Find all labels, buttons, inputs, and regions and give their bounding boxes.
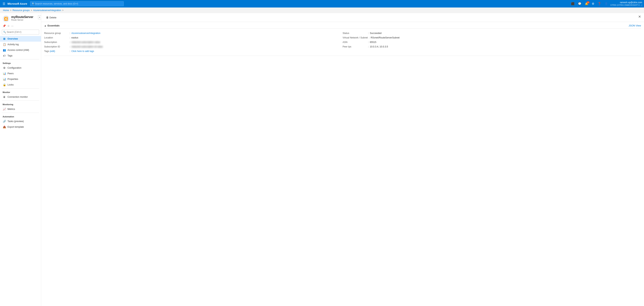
breadcrumb-resource-groups[interactable]: Resource groups [12,9,30,12]
sep-location: : [70,36,70,39]
sidebar-item-tasks[interactable]: 🔗 Tasks (preview) [0,118,41,124]
sidebar-search-input[interactable] [7,31,38,33]
sep-subscription: : [70,41,70,44]
delete-label: Delete [50,16,56,19]
essentials-chevron-icon: ▲ [44,24,46,27]
global-search-input[interactable] [35,3,122,5]
panel-close-button[interactable]: ✕ [638,15,641,18]
sidebar-item-properties[interactable]: 📊 Properties [0,76,41,82]
sidebar-item-label-tags: Tags [8,54,12,57]
sep-subscription-id: : [70,45,70,48]
sidebar-item-label-metrics: Metrics [8,108,15,110]
header-actions: 📌 ☆ ··· [0,24,41,29]
sidebar-item-metrics[interactable]: 📈 Metrics [0,106,41,112]
sidebar-item-configuration[interactable]: ⚙ Configuration [0,65,41,71]
tags-icon: 🏷 [2,54,6,57]
more-options-icon[interactable]: ··· [11,24,14,27]
sidebar-item-label-overview: Overview [8,38,18,40]
cloud-shell-icon[interactable]: ⬛ [570,1,576,6]
breadcrumb: Home > Resource groups > Azurerouteserve… [0,8,644,13]
sidebar-nav: ⊞ Overview 📋 Activity log 👥 Access contr… [0,36,41,306]
sep-status: : [368,32,369,35]
label-subscription: Subscription [44,41,68,44]
user-icon[interactable]: 👤 [604,1,609,6]
value-asn: 65515 [370,41,376,44]
global-search-bar[interactable]: 🔍 [30,1,124,6]
breadcrumb-integration[interactable]: AzurerouteserverIntegration [33,9,61,12]
sidebar-item-connection-monitor[interactable]: 🖥 Connection monitor [0,94,41,100]
essentials-title-group[interactable]: ▲ Essentials [44,24,60,27]
tags-edit-link[interactable]: (edit) [50,50,55,53]
resource-title: myRouteServer [11,15,33,19]
sidebar-item-activity-log[interactable]: 📋 Activity log [0,42,41,47]
notifications-icon[interactable]: 🔔 10 [584,1,590,6]
main-layout: Home > Resource groups > Azurerouteserve… [0,8,644,306]
favorite-icon[interactable]: ☆ [7,24,10,27]
sidebar-item-label-configuration: Configuration [8,67,21,69]
resource-header: 🔀 myRouteServer Route Server [0,13,41,24]
sidebar-item-peers[interactable]: 📊 Peers [0,71,41,76]
essentials-row-location: Location : eastus [44,36,343,40]
sep-peer-ips: : [368,45,369,48]
delete-button[interactable]: 🗑 Delete [44,15,58,20]
feedback-icon[interactable]: 💬 [577,1,582,6]
essentials-row-resource-group: Resource group : AzurerouteserverIntegra… [44,31,343,36]
json-view-link[interactable]: JSON View [629,24,641,27]
nav-icons-group: ⬛ 💬 🔔 10 ⚙ ❓ 👤 ramesh.vp@citrix.com CITR… [570,1,642,7]
sidebar-search[interactable]: 🔍 [2,30,39,35]
delete-icon: 🗑 [46,16,49,19]
sidebar-search-icon: 🔍 [3,31,6,33]
essentials-row-subscription-id: Subscription ID : redacted-subscription-… [44,44,343,49]
value-tags[interactable]: Click here to add tags [71,50,94,53]
label-asn: ASN [343,41,367,44]
sidebar-item-label-export-template: Export template [8,126,24,128]
sidebar-item-label-locks: Locks [8,83,14,86]
sidebar-item-access-control[interactable]: 👥 Access control (IAM) [0,47,41,53]
properties-icon: 📊 [2,78,6,81]
sep-tags: : [70,50,70,53]
hamburger-menu[interactable]: ☰ [2,1,6,6]
value-subscription-id: redacted-subscription-id-value [71,45,102,48]
label-subscription-id: Subscription ID [44,45,68,48]
peers-icon: 📊 [2,72,6,75]
tasks-icon: 🔗 [2,120,6,123]
value-resource-group[interactable]: AzurerouteserverIntegration [71,32,100,35]
sidebar-item-label-connection-monitor: Connection monitor [8,96,28,98]
label-vnet: Virtual Network / Subnet [343,36,368,39]
breadcrumb-sep-2: > [31,9,32,12]
sidebar-item-tags[interactable]: 🏷 Tags [0,53,41,59]
help-icon[interactable]: ❓ [596,1,602,6]
essentials-row-tags: Tags (edit) : Click here to add tags [44,49,343,53]
sidebar-item-overview[interactable]: ⊞ Overview [0,36,41,42]
value-location: eastus [71,36,78,39]
sidebar-item-export-template[interactable]: 📤 Export template [0,124,41,130]
essentials-row-status: Status : Succeeded [343,31,641,36]
sep-resource-group: : [70,32,70,35]
value-peer-ips: 10.0.3.4, 10.0.3.5 [370,45,388,48]
locks-icon: 🔒 [2,83,6,86]
sep-vnet: : [369,36,370,39]
breadcrumb-sep-3: > [62,9,64,12]
breadcrumb-sep-1: > [10,9,12,12]
resource-title-group: myRouteServer Route Server [11,15,33,21]
sidebar-item-label-properties: Properties [8,78,18,80]
pin-icon[interactable]: 📌 [2,24,6,27]
content-area: 🔀 myRouteServer Route Server 📌 ☆ ··· 🔍 [0,13,644,306]
value-subscription: redacted-subscription-value [71,41,100,44]
user-org: CITRIX (CITRIX.ONMICROSOFT.C...) [610,4,642,6]
sidebar-collapse-button[interactable]: « [38,15,41,19]
breadcrumb-home[interactable]: Home [3,9,9,12]
brand-logo: Microsoft Azure [8,2,27,5]
section-label-settings: Settings [0,60,41,65]
resource-subtitle: Route Server [11,19,33,21]
essentials-row-vnet: Virtual Network / Subnet : RSvnet/RouteS… [343,36,641,40]
sidebar-item-locks[interactable]: 🔒 Locks [0,82,41,88]
connection-monitor-icon: 🖥 [2,95,6,98]
metrics-icon: 📈 [2,108,6,111]
top-navigation: ☰ Microsoft Azure 🔍 ⬛ 💬 🔔 10 ⚙ ❓ 👤 rames… [0,0,644,8]
configuration-icon: ⚙ [2,66,6,69]
essentials-left-col: Resource group : AzurerouteserverIntegra… [44,31,343,53]
main-panel: ✕ 🗑 Delete ▲ Essentials JSON View [41,13,644,306]
label-location: Location [44,36,68,39]
settings-icon[interactable]: ⚙ [591,1,595,6]
